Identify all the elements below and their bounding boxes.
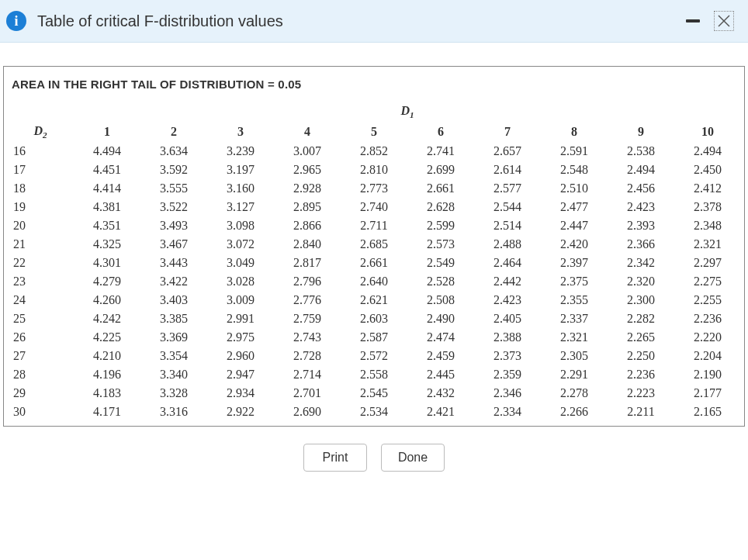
table-cell: 4.210 <box>74 347 140 365</box>
print-button[interactable]: Print <box>303 444 367 472</box>
table-cell: 2.204 <box>674 347 741 365</box>
table-cell: 2.342 <box>608 254 674 272</box>
column-header: 5 <box>341 122 407 142</box>
table-cell: 2.690 <box>274 403 341 421</box>
table-cell: 2.591 <box>541 142 608 161</box>
table-cell: 2.661 <box>341 254 407 272</box>
column-header: 2 <box>140 122 207 142</box>
table-cell: 3.160 <box>207 179 274 198</box>
table-row: 274.2103.3542.9602.7282.5722.4592.3732.3… <box>7 347 741 365</box>
row-label: 16 <box>7 142 74 161</box>
table-cell: 2.412 <box>674 179 741 198</box>
table-cell: 4.414 <box>74 179 140 198</box>
table-cell: 2.947 <box>207 365 274 384</box>
row-label: 22 <box>7 254 74 272</box>
table-cell: 2.840 <box>274 235 341 254</box>
table-cell: 2.508 <box>407 291 474 309</box>
table-cell: 2.321 <box>674 235 741 254</box>
column-header: 4 <box>274 122 341 142</box>
table-cell: 4.351 <box>74 216 140 235</box>
table-cell: 3.467 <box>140 235 207 254</box>
table-cell: 2.928 <box>274 179 341 198</box>
table-cell: 2.490 <box>407 309 474 328</box>
table-cell: 2.743 <box>274 328 341 347</box>
row-label: 30 <box>7 403 74 421</box>
table-cell: 2.934 <box>207 384 274 403</box>
row-label: 25 <box>7 309 74 328</box>
table-cell: 2.320 <box>608 272 674 291</box>
table-row: 174.4513.5923.1972.9652.8102.6992.6142.5… <box>7 161 741 179</box>
table-cell: 3.340 <box>140 365 207 384</box>
table-cell: 2.573 <box>407 235 474 254</box>
table-cell: 3.634 <box>140 142 207 161</box>
table-cell: 2.291 <box>541 365 608 384</box>
dialog-content: AREA IN THE RIGHT TAIL OF DISTRIBUTION =… <box>0 43 748 479</box>
table-cell: 2.250 <box>608 347 674 365</box>
table-cell: 2.922 <box>207 403 274 421</box>
table-cell: 2.699 <box>407 161 474 179</box>
dialog-title: Table of critical F-distribution values <box>37 12 283 30</box>
table-cell: 2.459 <box>407 347 474 365</box>
table-cell: 4.325 <box>74 235 140 254</box>
table-cell: 3.239 <box>207 142 274 161</box>
table-cell: 2.375 <box>541 272 608 291</box>
column-header: 3 <box>207 122 274 142</box>
row-label: 27 <box>7 347 74 365</box>
row-label: 21 <box>7 235 74 254</box>
table-row: 204.3513.4933.0982.8662.7112.5992.5142.4… <box>7 216 741 235</box>
column-header: 10 <box>674 122 741 142</box>
table-row: 184.4143.5553.1602.9282.7732.6612.5772.5… <box>7 179 741 198</box>
table-cell: 3.127 <box>207 198 274 216</box>
table-cell: 4.301 <box>74 254 140 272</box>
table-row: 294.1833.3282.9342.7012.5452.4322.3462.2… <box>7 384 741 403</box>
table-cell: 2.528 <box>407 272 474 291</box>
table-cell: 3.098 <box>207 216 274 235</box>
table-cell: 2.711 <box>341 216 407 235</box>
table-cell: 2.405 <box>474 309 541 328</box>
table-cell: 2.442 <box>474 272 541 291</box>
table-cell: 2.895 <box>274 198 341 216</box>
table-row: 224.3013.4433.0492.8172.6612.5492.4642.3… <box>7 254 741 272</box>
table-cell: 2.464 <box>474 254 541 272</box>
table-cell: 2.305 <box>541 347 608 365</box>
table-cell: 2.852 <box>341 142 407 161</box>
table-cell: 2.211 <box>608 403 674 421</box>
table-cell: 2.599 <box>407 216 474 235</box>
table-cell: 3.049 <box>207 254 274 272</box>
table-cell: 2.975 <box>207 328 274 347</box>
header-left: i Table of critical F-distribution value… <box>6 11 283 31</box>
table-cell: 2.456 <box>608 179 674 198</box>
minimize-icon[interactable] <box>686 19 700 22</box>
table-row: 194.3813.5223.1272.8952.7402.6282.5442.4… <box>7 198 741 216</box>
done-button[interactable]: Done <box>381 444 445 472</box>
table-row: 264.2253.3692.9752.7432.5872.4742.3882.3… <box>7 328 741 347</box>
table-cell: 2.337 <box>541 309 608 328</box>
table-cell: 2.558 <box>341 365 407 384</box>
table-cell: 2.165 <box>674 403 741 421</box>
table-cell: 3.354 <box>140 347 207 365</box>
row-label: 28 <box>7 365 74 384</box>
table-cell: 2.300 <box>608 291 674 309</box>
table-cell: 2.549 <box>407 254 474 272</box>
table-cell: 2.514 <box>474 216 541 235</box>
row-label: 19 <box>7 198 74 216</box>
d1-header: D1 <box>74 102 741 122</box>
table-cell: 2.657 <box>474 142 541 161</box>
table-cell: 2.321 <box>541 328 608 347</box>
table-cell: 2.421 <box>407 403 474 421</box>
table-cell: 2.759 <box>274 309 341 328</box>
table-cell: 2.965 <box>274 161 341 179</box>
table-row: 304.1713.3162.9222.6902.5342.4212.3342.2… <box>7 403 741 421</box>
table-cell: 3.555 <box>140 179 207 198</box>
table-cell: 2.220 <box>674 328 741 347</box>
table-cell: 2.223 <box>608 384 674 403</box>
table-cell: 2.621 <box>341 291 407 309</box>
table-cell: 2.866 <box>274 216 341 235</box>
table-cell: 2.355 <box>541 291 608 309</box>
table-row: 164.4943.6343.2393.0072.8522.7412.6572.5… <box>7 142 741 161</box>
table-cell: 2.378 <box>674 198 741 216</box>
table-row: 254.2423.3852.9912.7592.6032.4902.4052.3… <box>7 309 741 328</box>
table-cell: 2.423 <box>608 198 674 216</box>
table-cell: 2.728 <box>274 347 341 365</box>
close-icon[interactable] <box>714 11 734 31</box>
